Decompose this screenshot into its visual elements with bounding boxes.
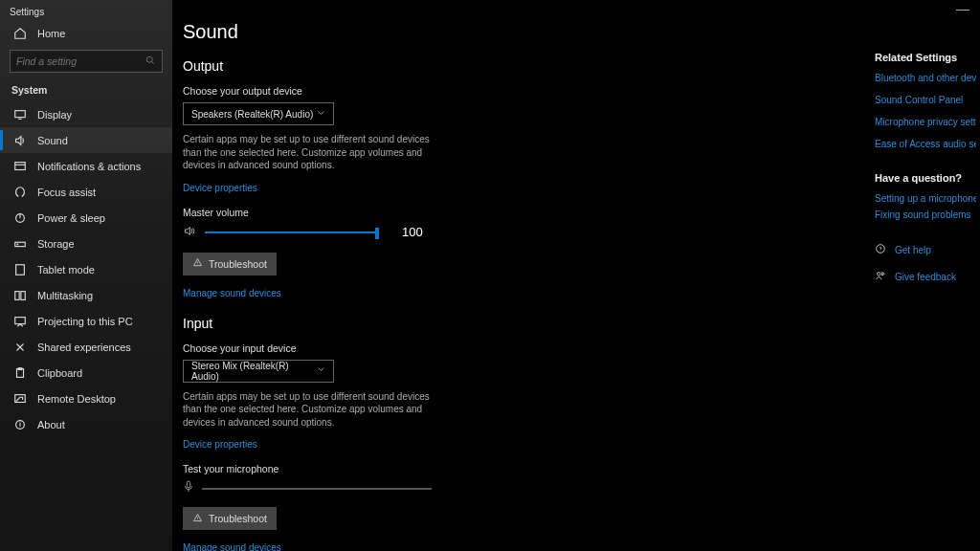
nav-label: Storage	[37, 238, 75, 250]
power-icon	[13, 211, 27, 225]
output-device-value: Speakers (Realtek(R) Audio)	[191, 109, 313, 120]
sidebar-item-sound[interactable]: Sound	[0, 127, 172, 153]
display-icon	[13, 108, 27, 121]
nav-label: Home	[37, 28, 65, 39]
sound-icon	[13, 134, 27, 147]
manage-input-link[interactable]: Manage sound devices	[183, 542, 281, 551]
project-icon	[13, 315, 27, 328]
nav-label: About	[37, 419, 65, 430]
nav-label: Projecting to this PC	[37, 316, 133, 327]
sidebar-item-storage[interactable]: Storage	[0, 231, 172, 256]
warning-icon	[192, 513, 203, 525]
help-icon	[875, 241, 886, 258]
nav-label: Display	[37, 109, 72, 121]
input-troubleshoot-button[interactable]: Troubleshoot	[183, 507, 277, 530]
nav-label: Sound	[37, 135, 68, 146]
minimize-button[interactable]: —	[953, 3, 972, 14]
svg-rect-6	[16, 264, 25, 275]
input-device-value: Stereo Mix (Realtek(R) Audio)	[191, 361, 317, 382]
input-heading: Input	[183, 316, 776, 331]
volume-value: 100	[402, 225, 423, 239]
nav-label: Multitasking	[37, 290, 93, 301]
sidebar-item-shared[interactable]: Shared experiences	[0, 334, 172, 360]
page-title: Sound	[183, 21, 776, 43]
search-input[interactable]	[10, 50, 163, 73]
input-choose-label: Choose your input device	[183, 342, 776, 354]
shared-icon	[13, 341, 27, 354]
output-heading: Output	[183, 58, 776, 74]
related-link[interactable]: Microphone privacy settings	[875, 117, 976, 127]
sidebar-item-focus[interactable]: Focus assist	[0, 179, 172, 205]
related-link[interactable]: Bluetooth and other devices	[875, 73, 976, 83]
nav-home[interactable]: Home	[0, 20, 172, 46]
sidebar-item-projecting[interactable]: Projecting to this PC	[0, 308, 172, 334]
nav-label: Clipboard	[37, 367, 82, 379]
search-icon	[145, 53, 156, 70]
sidebar-item-clipboard[interactable]: Clipboard	[0, 360, 172, 386]
remote-icon	[13, 392, 27, 406]
sidebar-item-about[interactable]: About	[0, 411, 172, 437]
sidebar-item-notifications[interactable]: Notifications & actions	[0, 153, 172, 179]
storage-icon	[13, 237, 27, 251]
nav-label: Shared experiences	[37, 342, 131, 353]
nav-label: Remote Desktop	[37, 393, 116, 405]
give-feedback-link[interactable]: Give feedback	[875, 268, 976, 285]
related-panel: Related Settings Bluetooth and other dev…	[875, 52, 980, 295]
tablet-icon	[13, 263, 27, 276]
test-mic-label: Test your microphone	[183, 463, 776, 474]
svg-point-19	[878, 273, 880, 276]
speaker-icon[interactable]	[183, 224, 195, 241]
svg-point-0	[146, 56, 152, 62]
output-hint: Certain apps may be set up to use differ…	[183, 133, 432, 172]
app-title: Settings	[0, 4, 172, 20]
input-device-select[interactable]: Stereo Mix (Realtek(R) Audio)	[183, 360, 334, 383]
mic-level-bar	[202, 488, 432, 490]
output-device-select[interactable]: Speakers (Realtek(R) Audio)	[183, 102, 334, 125]
sidebar-item-multitasking[interactable]: Multitasking	[0, 282, 172, 308]
manage-output-link[interactable]: Manage sound devices	[183, 288, 281, 298]
sidebar-item-remote[interactable]: Remote Desktop	[0, 386, 172, 411]
output-troubleshoot-button[interactable]: Troubleshoot	[183, 253, 277, 276]
sidebar: Settings Home System Display Sound Notif…	[0, 0, 172, 551]
nav-label: Power & sleep	[37, 212, 105, 224]
sidebar-item-power[interactable]: Power & sleep	[0, 205, 172, 231]
volume-slider[interactable]	[205, 231, 375, 233]
nav-label: Notifications & actions	[37, 161, 141, 172]
sidebar-item-display[interactable]: Display	[0, 101, 172, 127]
sidebar-item-tablet[interactable]: Tablet mode	[0, 256, 172, 282]
about-icon	[13, 418, 27, 431]
chevron-down-icon	[317, 365, 325, 376]
nav-label: Tablet mode	[37, 264, 95, 276]
svg-rect-1	[15, 110, 26, 117]
input-device-properties-link[interactable]: Device properties	[183, 439, 257, 450]
clipboard-icon	[13, 366, 27, 380]
get-help-link[interactable]: Get help	[875, 241, 976, 258]
svg-rect-14	[187, 481, 189, 488]
chevron-down-icon	[317, 109, 325, 120]
warning-icon	[192, 257, 203, 270]
output-device-properties-link[interactable]: Device properties	[183, 183, 257, 193]
search-field[interactable]	[16, 55, 145, 67]
svg-rect-4	[15, 242, 26, 246]
input-hint: Certain apps may be set up to use differ…	[183, 390, 432, 430]
output-choose-label: Choose your output device	[183, 85, 776, 97]
nav-label: Focus assist	[37, 187, 96, 198]
home-icon	[13, 27, 27, 40]
microphone-icon	[183, 480, 194, 497]
main-content: Sound Output Choose your output device S…	[183, 21, 776, 551]
svg-rect-8	[21, 291, 25, 299]
focus-icon	[13, 186, 27, 199]
btn-label: Troubleshoot	[209, 258, 267, 270]
question-link[interactable]: Setting up a microphone	[875, 193, 976, 204]
svg-rect-2	[15, 162, 26, 169]
svg-rect-9	[15, 317, 26, 323]
notifications-icon	[13, 160, 27, 173]
related-link[interactable]: Sound Control Panel	[875, 95, 976, 105]
related-link[interactable]: Ease of Access audio settings	[875, 139, 976, 149]
svg-point-5	[17, 244, 18, 245]
svg-rect-7	[15, 291, 19, 299]
question-header: Have a question?	[875, 172, 976, 184]
category-header: System	[0, 80, 172, 101]
master-volume-label: Master volume	[183, 207, 776, 218]
question-link[interactable]: Fixing sound problems	[875, 209, 976, 220]
